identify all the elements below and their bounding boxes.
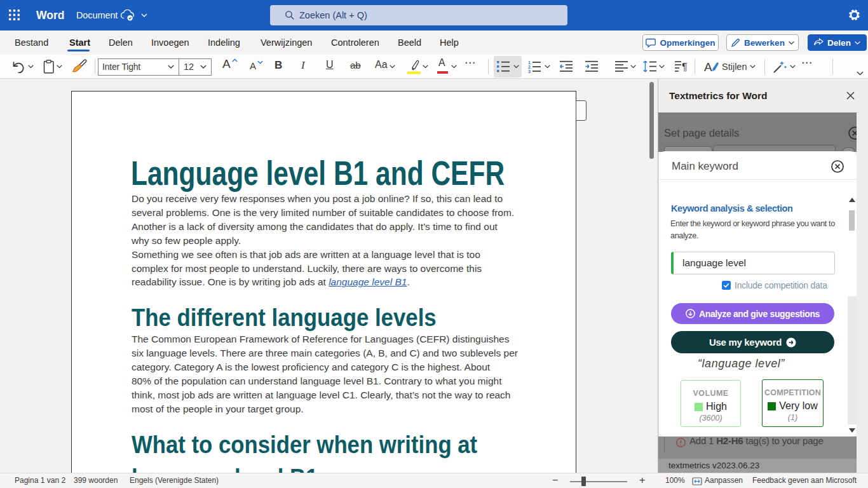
svg-text:1: 1 bbox=[528, 60, 531, 65]
svg-text:¶: ¶ bbox=[682, 62, 688, 72]
svg-text:A: A bbox=[704, 60, 712, 74]
svg-text:3: 3 bbox=[528, 69, 531, 74]
svg-text:2: 2 bbox=[528, 65, 531, 69]
